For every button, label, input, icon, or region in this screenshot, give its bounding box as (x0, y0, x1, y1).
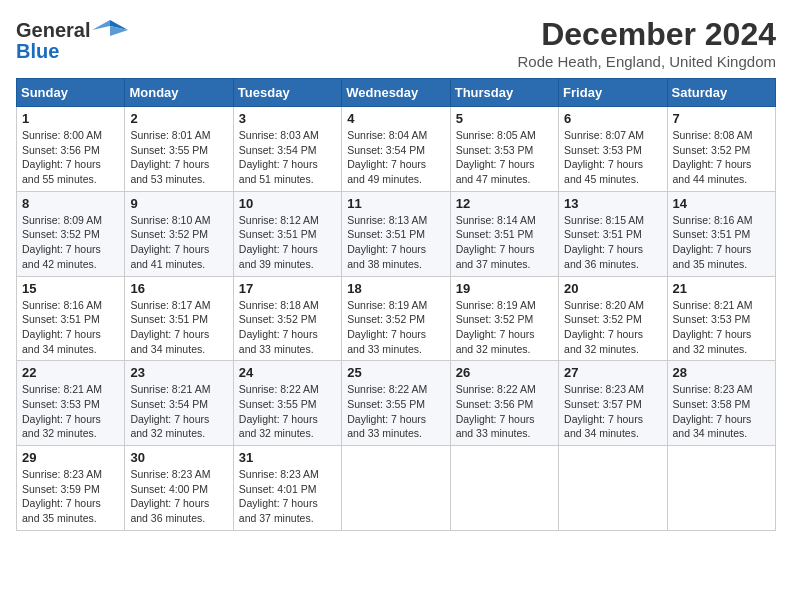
calendar-header-wednesday: Wednesday (342, 79, 450, 107)
day-number: 20 (564, 281, 661, 296)
day-detail: Sunrise: 8:21 AM Sunset: 3:53 PM Dayligh… (22, 382, 119, 441)
day-number: 14 (673, 196, 770, 211)
day-detail: Sunrise: 8:22 AM Sunset: 3:55 PM Dayligh… (239, 382, 336, 441)
calendar-cell (342, 446, 450, 531)
day-detail: Sunrise: 8:03 AM Sunset: 3:54 PM Dayligh… (239, 128, 336, 187)
calendar-week-row: 22Sunrise: 8:21 AM Sunset: 3:53 PM Dayli… (17, 361, 776, 446)
calendar-cell: 26Sunrise: 8:22 AM Sunset: 3:56 PM Dayli… (450, 361, 558, 446)
day-number: 9 (130, 196, 227, 211)
calendar-header-saturday: Saturday (667, 79, 775, 107)
day-detail: Sunrise: 8:12 AM Sunset: 3:51 PM Dayligh… (239, 213, 336, 272)
day-number: 28 (673, 365, 770, 380)
day-number: 31 (239, 450, 336, 465)
day-number: 21 (673, 281, 770, 296)
calendar-cell: 28Sunrise: 8:23 AM Sunset: 3:58 PM Dayli… (667, 361, 775, 446)
calendar-cell: 9Sunrise: 8:10 AM Sunset: 3:52 PM Daylig… (125, 191, 233, 276)
day-detail: Sunrise: 8:19 AM Sunset: 3:52 PM Dayligh… (347, 298, 444, 357)
day-number: 26 (456, 365, 553, 380)
svg-marker-2 (92, 20, 110, 30)
calendar-cell: 8Sunrise: 8:09 AM Sunset: 3:52 PM Daylig… (17, 191, 125, 276)
calendar-week-row: 15Sunrise: 8:16 AM Sunset: 3:51 PM Dayli… (17, 276, 776, 361)
calendar-cell: 23Sunrise: 8:21 AM Sunset: 3:54 PM Dayli… (125, 361, 233, 446)
day-detail: Sunrise: 8:00 AM Sunset: 3:56 PM Dayligh… (22, 128, 119, 187)
calendar-cell: 11Sunrise: 8:13 AM Sunset: 3:51 PM Dayli… (342, 191, 450, 276)
day-number: 16 (130, 281, 227, 296)
calendar-cell: 19Sunrise: 8:19 AM Sunset: 3:52 PM Dayli… (450, 276, 558, 361)
calendar-cell: 21Sunrise: 8:21 AM Sunset: 3:53 PM Dayli… (667, 276, 775, 361)
calendar-week-row: 29Sunrise: 8:23 AM Sunset: 3:59 PM Dayli… (17, 446, 776, 531)
day-detail: Sunrise: 8:23 AM Sunset: 4:00 PM Dayligh… (130, 467, 227, 526)
day-number: 4 (347, 111, 444, 126)
calendar-cell: 14Sunrise: 8:16 AM Sunset: 3:51 PM Dayli… (667, 191, 775, 276)
calendar-cell: 16Sunrise: 8:17 AM Sunset: 3:51 PM Dayli… (125, 276, 233, 361)
day-detail: Sunrise: 8:01 AM Sunset: 3:55 PM Dayligh… (130, 128, 227, 187)
calendar-header-friday: Friday (559, 79, 667, 107)
calendar-cell: 7Sunrise: 8:08 AM Sunset: 3:52 PM Daylig… (667, 107, 775, 192)
day-number: 1 (22, 111, 119, 126)
calendar-header-thursday: Thursday (450, 79, 558, 107)
day-number: 7 (673, 111, 770, 126)
day-number: 30 (130, 450, 227, 465)
calendar-table: SundayMondayTuesdayWednesdayThursdayFrid… (16, 78, 776, 531)
day-number: 25 (347, 365, 444, 380)
calendar-header-tuesday: Tuesday (233, 79, 341, 107)
day-detail: Sunrise: 8:13 AM Sunset: 3:51 PM Dayligh… (347, 213, 444, 272)
page-header: General Blue December 2024 Rode Heath, E… (16, 16, 776, 70)
logo: General Blue (16, 16, 128, 63)
calendar-cell: 24Sunrise: 8:22 AM Sunset: 3:55 PM Dayli… (233, 361, 341, 446)
day-detail: Sunrise: 8:08 AM Sunset: 3:52 PM Dayligh… (673, 128, 770, 187)
day-detail: Sunrise: 8:22 AM Sunset: 3:55 PM Dayligh… (347, 382, 444, 441)
calendar-cell (667, 446, 775, 531)
day-number: 24 (239, 365, 336, 380)
calendar-cell (450, 446, 558, 531)
day-detail: Sunrise: 8:07 AM Sunset: 3:53 PM Dayligh… (564, 128, 661, 187)
calendar-week-row: 1Sunrise: 8:00 AM Sunset: 3:56 PM Daylig… (17, 107, 776, 192)
logo-bird-icon (92, 16, 128, 44)
logo-blue-text: Blue (16, 40, 59, 63)
calendar-cell: 29Sunrise: 8:23 AM Sunset: 3:59 PM Dayli… (17, 446, 125, 531)
calendar-cell: 27Sunrise: 8:23 AM Sunset: 3:57 PM Dayli… (559, 361, 667, 446)
page-subtitle: Rode Heath, England, United Kingdom (517, 53, 776, 70)
day-number: 10 (239, 196, 336, 211)
calendar-cell: 22Sunrise: 8:21 AM Sunset: 3:53 PM Dayli… (17, 361, 125, 446)
day-detail: Sunrise: 8:19 AM Sunset: 3:52 PM Dayligh… (456, 298, 553, 357)
calendar-cell: 18Sunrise: 8:19 AM Sunset: 3:52 PM Dayli… (342, 276, 450, 361)
day-detail: Sunrise: 8:15 AM Sunset: 3:51 PM Dayligh… (564, 213, 661, 272)
day-number: 12 (456, 196, 553, 211)
calendar-header-monday: Monday (125, 79, 233, 107)
calendar-header-sunday: Sunday (17, 79, 125, 107)
page-title: December 2024 (517, 16, 776, 53)
calendar-cell: 31Sunrise: 8:23 AM Sunset: 4:01 PM Dayli… (233, 446, 341, 531)
day-detail: Sunrise: 8:21 AM Sunset: 3:54 PM Dayligh… (130, 382, 227, 441)
day-detail: Sunrise: 8:16 AM Sunset: 3:51 PM Dayligh… (673, 213, 770, 272)
day-detail: Sunrise: 8:23 AM Sunset: 3:57 PM Dayligh… (564, 382, 661, 441)
day-number: 6 (564, 111, 661, 126)
day-number: 22 (22, 365, 119, 380)
title-block: December 2024 Rode Heath, England, Unite… (517, 16, 776, 70)
calendar-cell: 4Sunrise: 8:04 AM Sunset: 3:54 PM Daylig… (342, 107, 450, 192)
calendar-cell: 2Sunrise: 8:01 AM Sunset: 3:55 PM Daylig… (125, 107, 233, 192)
day-number: 19 (456, 281, 553, 296)
calendar-cell: 17Sunrise: 8:18 AM Sunset: 3:52 PM Dayli… (233, 276, 341, 361)
day-number: 8 (22, 196, 119, 211)
day-number: 2 (130, 111, 227, 126)
calendar-cell: 6Sunrise: 8:07 AM Sunset: 3:53 PM Daylig… (559, 107, 667, 192)
day-detail: Sunrise: 8:23 AM Sunset: 3:59 PM Dayligh… (22, 467, 119, 526)
calendar-cell: 1Sunrise: 8:00 AM Sunset: 3:56 PM Daylig… (17, 107, 125, 192)
calendar-cell: 15Sunrise: 8:16 AM Sunset: 3:51 PM Dayli… (17, 276, 125, 361)
day-detail: Sunrise: 8:04 AM Sunset: 3:54 PM Dayligh… (347, 128, 444, 187)
day-detail: Sunrise: 8:21 AM Sunset: 3:53 PM Dayligh… (673, 298, 770, 357)
calendar-week-row: 8Sunrise: 8:09 AM Sunset: 3:52 PM Daylig… (17, 191, 776, 276)
day-number: 11 (347, 196, 444, 211)
day-detail: Sunrise: 8:05 AM Sunset: 3:53 PM Dayligh… (456, 128, 553, 187)
calendar-header-row: SundayMondayTuesdayWednesdayThursdayFrid… (17, 79, 776, 107)
day-detail: Sunrise: 8:10 AM Sunset: 3:52 PM Dayligh… (130, 213, 227, 272)
day-detail: Sunrise: 8:18 AM Sunset: 3:52 PM Dayligh… (239, 298, 336, 357)
day-number: 18 (347, 281, 444, 296)
day-number: 5 (456, 111, 553, 126)
calendar-cell: 25Sunrise: 8:22 AM Sunset: 3:55 PM Dayli… (342, 361, 450, 446)
calendar-cell: 20Sunrise: 8:20 AM Sunset: 3:52 PM Dayli… (559, 276, 667, 361)
calendar-cell: 13Sunrise: 8:15 AM Sunset: 3:51 PM Dayli… (559, 191, 667, 276)
day-number: 29 (22, 450, 119, 465)
calendar-cell: 30Sunrise: 8:23 AM Sunset: 4:00 PM Dayli… (125, 446, 233, 531)
